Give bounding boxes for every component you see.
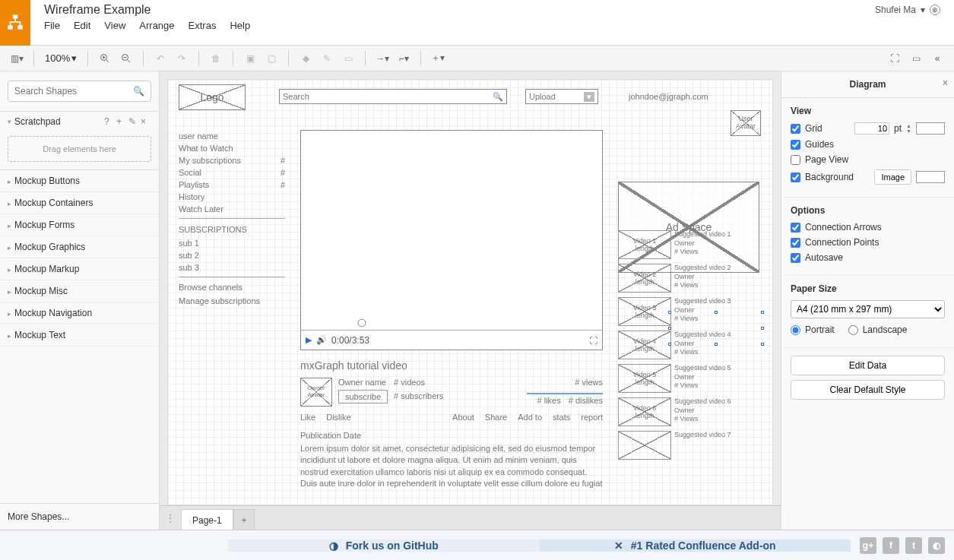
pageview-checkbox[interactable] <box>791 155 800 165</box>
options-section-title: Options <box>791 205 945 216</box>
edit-data-button[interactable]: Edit Data <box>791 356 945 375</box>
format-panel-title: Diagram <box>849 79 886 90</box>
more-shapes-button[interactable]: More Shapes... <box>0 503 159 530</box>
menu-arrange[interactable]: Arrange <box>139 20 174 31</box>
insert-button[interactable]: ＋▾ <box>429 49 447 68</box>
shapes-panel: 🔍 ▾ Scratchpad ? + ✎ × Drag elements her… <box>0 71 160 530</box>
format-panel-button[interactable]: ▭ <box>907 49 925 68</box>
close-icon[interactable]: × <box>943 78 948 88</box>
search-shapes-input[interactable] <box>14 86 133 96</box>
to-front-button[interactable]: ▣ <box>241 49 259 68</box>
search-icon: 🔍 <box>493 92 503 102</box>
app-logo[interactable] <box>0 0 30 46</box>
waypoint-button[interactable]: ⌐▾ <box>395 49 413 68</box>
paper-size-select[interactable]: A4 (210 mm x 297 mm) <box>791 300 945 318</box>
shape-group[interactable]: Mockup Forms <box>0 214 159 236</box>
shape-group[interactable]: Mockup Containers <box>0 192 159 214</box>
play-icon: ▶ <box>306 335 312 345</box>
expand-button[interactable]: ⛶ <box>886 49 904 68</box>
scratchpad-add-icon[interactable]: + <box>116 116 127 127</box>
undo-button[interactable]: ↶ <box>151 49 170 68</box>
svg-rect-0 <box>13 14 18 18</box>
search-shapes-field[interactable]: 🔍 <box>8 81 151 102</box>
delete-button[interactable]: 🗑 <box>207 49 225 68</box>
page-tabs-menu[interactable]: ⋮ <box>160 506 181 530</box>
wf-video-player: ▶ 🔊 0:00/3:53 ⛶ <box>300 130 603 350</box>
view-mode-button[interactable]: ▥▾ <box>8 49 26 68</box>
googleplus-icon[interactable]: g+ <box>860 537 876 554</box>
user-name-label[interactable]: Shufei Ma <box>875 5 916 15</box>
twitter-icon[interactable]: t <box>905 537 922 554</box>
app-header: Wireframe Example Shufei Ma ▾ ⊕ File Edi… <box>0 0 954 46</box>
menu-edit[interactable]: Edit <box>74 20 90 31</box>
page-tabs: ⋮ Page-1 ＋ <box>160 505 781 530</box>
grid-checkbox[interactable] <box>791 124 800 134</box>
wf-suggested-list: Video 1lengthSuggested video 1Owner# Vie… <box>618 230 759 464</box>
grid-size-input[interactable] <box>854 122 889 134</box>
svg-line-8 <box>128 59 131 62</box>
github-promo[interactable]: ◑ Fork us on GitHub <box>228 539 540 552</box>
shape-group[interactable]: Mockup Buttons <box>0 170 159 192</box>
shadow-button[interactable]: ▭ <box>339 49 357 68</box>
toolbar: ▥▾ 100% ▾ ↶ ↷ 🗑 ▣ ▢ ◆ ✎ ▭ →▾ ⌐▾ ＋▾ ⛶ ▭ « <box>0 46 954 71</box>
volume-icon: 🔊 <box>316 335 327 345</box>
conn-points-checkbox[interactable] <box>791 238 800 248</box>
grid-step-up[interactable]: ▲ <box>906 123 911 128</box>
grid-color-swatch[interactable] <box>916 122 945 134</box>
svg-point-10 <box>358 319 366 327</box>
scratchpad-close-icon[interactable]: × <box>141 116 151 127</box>
github-social-icon[interactable]: ◐ <box>928 537 945 554</box>
landscape-radio[interactable] <box>848 325 858 335</box>
wf-search: Search🔍 <box>279 89 507 104</box>
redo-button[interactable]: ↷ <box>173 49 191 68</box>
zoom-select[interactable]: 100% ▾ <box>42 52 80 64</box>
dropdown-caret-icon[interactable]: ▾ <box>921 5 925 15</box>
zoom-out-button[interactable] <box>117 49 135 68</box>
document-title[interactable]: Wireframe Example <box>44 3 151 17</box>
autosave-checkbox[interactable] <box>791 253 800 263</box>
guides-checkbox[interactable] <box>791 140 800 150</box>
line-color-button[interactable]: ✎ <box>318 49 336 68</box>
scratchpad-collapse-icon[interactable]: ▾ <box>8 118 11 125</box>
conn-arrows-checkbox[interactable] <box>791 223 800 233</box>
scratchpad-help-icon[interactable]: ? <box>104 116 115 127</box>
scratchpad-edit-icon[interactable]: ✎ <box>128 116 139 127</box>
confluence-icon: ✕ <box>614 539 623 552</box>
zoom-in-button[interactable] <box>96 49 114 68</box>
shape-group[interactable]: Mockup Graphics <box>0 236 159 258</box>
shape-group[interactable]: Mockup Text <box>0 324 159 346</box>
shape-group[interactable]: Mockup Markup <box>0 258 159 280</box>
add-page-button[interactable]: ＋ <box>233 509 255 530</box>
background-color-swatch[interactable] <box>916 171 945 183</box>
collapse-button[interactable]: « <box>928 49 946 68</box>
svg-rect-1 <box>8 25 13 29</box>
menu-view[interactable]: View <box>104 20 125 31</box>
view-section-title: View <box>791 106 945 116</box>
globe-icon[interactable]: ⊕ <box>930 5 940 15</box>
shape-group[interactable]: Mockup Misc <box>0 280 159 302</box>
canvas[interactable]: Logo Search🔍 Upload▾ johndoe@jgraph.com … <box>167 79 773 505</box>
scratchpad-dropzone[interactable]: Drag elements here <box>8 136 151 162</box>
facebook-icon[interactable]: f <box>883 537 899 554</box>
diagram-logo-icon <box>5 13 25 33</box>
github-icon: ◑ <box>329 539 338 552</box>
canvas-area: Logo Search🔍 Upload▾ johndoe@jgraph.com … <box>160 71 781 530</box>
clear-style-button[interactable]: Clear Default Style <box>791 380 945 400</box>
menu-help[interactable]: Help <box>230 20 250 31</box>
portrait-radio[interactable] <box>791 325 800 335</box>
background-image-button[interactable]: Image <box>874 169 911 185</box>
page-tab[interactable]: Page-1 <box>181 509 233 530</box>
search-icon[interactable]: 🔍 <box>133 86 144 96</box>
background-checkbox[interactable] <box>791 172 800 182</box>
connection-button[interactable]: →▾ <box>373 49 391 68</box>
shape-group[interactable]: Mockup Navigation <box>0 302 159 324</box>
menu-extras[interactable]: Extras <box>189 20 217 31</box>
fullscreen-icon: ⛶ <box>589 336 597 345</box>
to-back-button[interactable]: ▢ <box>262 49 280 68</box>
grid-step-down[interactable]: ▼ <box>906 128 911 134</box>
menu-bar: File Edit View Arrange Extras Help <box>30 17 954 34</box>
wf-upload: Upload▾ <box>525 89 598 104</box>
menu-file[interactable]: File <box>44 20 60 31</box>
confluence-promo[interactable]: ✕ #1 Rated Confluence Add-on <box>540 539 851 552</box>
fill-color-button[interactable]: ◆ <box>296 49 315 68</box>
